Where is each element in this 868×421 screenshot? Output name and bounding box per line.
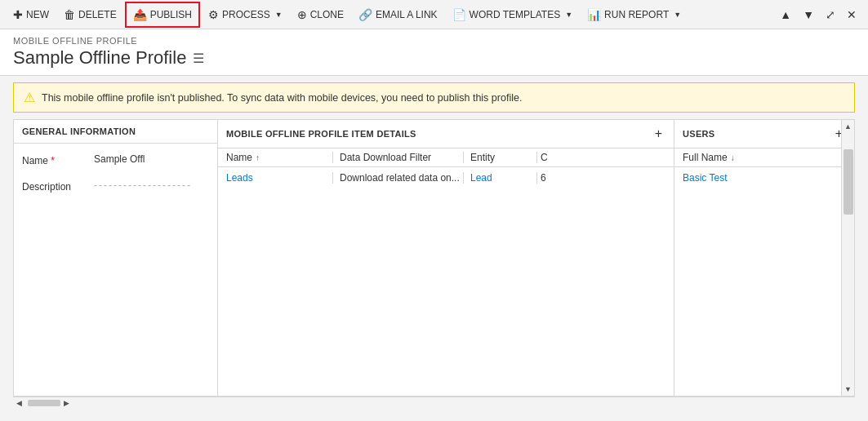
items-row-c: 6 (536, 172, 561, 184)
new-button[interactable]: ✚ NEW (7, 2, 56, 28)
run-report-icon: 📊 (587, 8, 601, 21)
scroll-up-arrow[interactable]: ▲ (842, 120, 855, 133)
clone-button[interactable]: ⊕ CLONE (291, 2, 350, 28)
expand-button[interactable]: ⤢ (821, 2, 840, 28)
process-dropdown-arrow: ▼ (275, 11, 283, 19)
items-row-entity: Lead (463, 172, 536, 184)
name-value[interactable]: Sample Offl (94, 153, 145, 165)
col-fullname-header: Full Name ↓ (683, 152, 833, 163)
users-table-header: Full Name ↓ (674, 148, 854, 167)
general-info-panel: GENERAL INFORMATION Name * Sample Offl D… (14, 120, 218, 396)
items-row-name: Leads (226, 172, 332, 184)
scroll-right-arrow[interactable]: ▶ (60, 397, 72, 409)
process-button[interactable]: ⚙ PROCESS ▼ (202, 2, 289, 28)
publish-button[interactable]: 📤 PUBLISH (125, 2, 200, 28)
email-link-icon: 🔗 (358, 8, 372, 21)
general-info-title: GENERAL INFORMATION (22, 126, 136, 136)
delete-button[interactable]: 🗑 DELETE (57, 2, 123, 28)
page-title: Sample Offline Profile (13, 47, 186, 69)
horizontal-scroll-thumb[interactable] (28, 400, 60, 406)
users-panel: USERS + Full Name ↓ Basic Test (674, 120, 854, 396)
name-row: Name * Sample Offl (22, 153, 209, 166)
general-info-form: Name * Sample Offl Description ---------… (14, 144, 217, 215)
toolbar: ✚ NEW 🗑 DELETE 📤 PUBLISH ⚙ PROCESS ▼ ⊕ C… (0, 0, 868, 29)
section-label: MOBILE OFFLINE PROFILE (13, 36, 855, 46)
run-report-button[interactable]: 📊 RUN REPORT ▼ (581, 2, 688, 28)
required-indicator: * (51, 155, 55, 166)
items-row-filter: Download related data on... (332, 172, 463, 184)
col-filter-header: Data Download Filter (332, 152, 463, 163)
name-label: Name * (22, 153, 87, 166)
delete-icon: 🗑 (64, 8, 75, 21)
process-icon: ⚙ (208, 8, 219, 21)
items-table-row: Leads Download related data on... Lead 6 (218, 167, 674, 188)
word-templates-icon: 📄 (452, 8, 466, 21)
warning-banner: ⚠ This mobile offline profile isn't publ… (13, 82, 855, 113)
users-table-row: Basic Test (674, 167, 854, 188)
email-link-button[interactable]: 🔗 EMAIL A LINK (352, 2, 444, 28)
col-c-header: C (536, 152, 561, 163)
page-title-area: Sample Offline Profile ☰ (13, 47, 855, 75)
vertical-scrollbar[interactable]: ▲ ▼ (841, 120, 854, 396)
col-name-header: Name ↑ (226, 152, 332, 163)
items-panel-header: MOBILE OFFLINE PROFILE ITEM DETAILS + (218, 120, 674, 148)
warning-text: This mobile offline profile isn't publis… (42, 92, 522, 104)
scroll-down-arrow[interactable]: ▼ (842, 383, 855, 396)
new-icon: ✚ (13, 8, 23, 21)
description-label: Description (22, 179, 87, 193)
main-content: GENERAL INFORMATION Name * Sample Offl D… (13, 119, 855, 397)
word-templates-dropdown-arrow: ▼ (565, 11, 572, 19)
page-header: MOBILE OFFLINE PROFILE Sample Offline Pr… (0, 29, 868, 76)
users-row-name: Basic Test (683, 172, 846, 184)
basic-test-link[interactable]: Basic Test (683, 172, 727, 184)
scrollbar-thumb[interactable] (844, 149, 853, 215)
items-add-button[interactable]: + (652, 126, 665, 141)
fullname-sort-arrow[interactable]: ↓ (731, 153, 735, 162)
toolbar-right-actions: ▲ ▼ ⤢ ✕ (775, 2, 861, 28)
users-panel-title: USERS (683, 129, 714, 139)
items-panel: MOBILE OFFLINE PROFILE ITEM DETAILS + Na… (218, 120, 674, 396)
scroll-down-button[interactable]: ▼ (798, 2, 819, 28)
users-panel-header: USERS + (674, 120, 854, 148)
items-panel-title: MOBILE OFFLINE PROFILE ITEM DETAILS (226, 129, 416, 139)
horizontal-scrollbar[interactable]: ◀ ▶ (13, 397, 855, 408)
scroll-left-arrow[interactable]: ◀ (13, 397, 24, 409)
scroll-inner: ◀ ▶ (13, 397, 855, 409)
close-button[interactable]: ✕ (842, 2, 861, 28)
leads-link[interactable]: Leads (226, 172, 253, 184)
description-value[interactable]: -------------------- (94, 179, 192, 191)
general-info-header: GENERAL INFORMATION (14, 120, 217, 144)
run-report-dropdown-arrow: ▼ (674, 11, 681, 19)
lead-entity-link[interactable]: Lead (470, 172, 492, 184)
name-sort-arrow[interactable]: ↑ (256, 153, 260, 162)
word-templates-button[interactable]: 📄 WORD TEMPLATES ▼ (446, 2, 580, 28)
clone-icon: ⊕ (297, 8, 307, 21)
description-row: Description -------------------- (22, 179, 209, 193)
publish-icon: 📤 (133, 8, 147, 21)
warning-icon: ⚠ (24, 90, 35, 105)
col-entity-header: Entity (463, 152, 536, 163)
scroll-up-button[interactable]: ▲ (775, 2, 796, 28)
items-table-header: Name ↑ Data Download Filter Entity C (218, 148, 674, 167)
title-menu-icon[interactable]: ☰ (193, 51, 204, 66)
